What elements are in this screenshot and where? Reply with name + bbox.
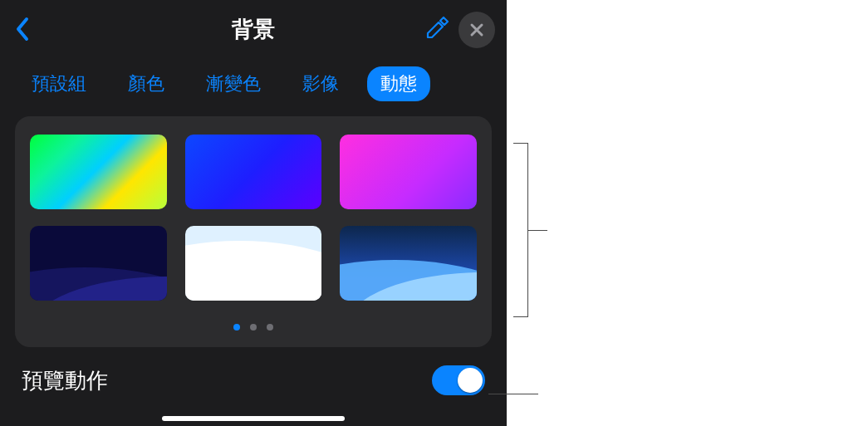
tab-gradient[interactable]: 漸變色 — [193, 66, 274, 101]
gallery-grid — [30, 135, 477, 301]
thumbnail-landscape-white[interactable] — [185, 226, 322, 301]
callout-bracket-gallery — [513, 143, 528, 317]
eyedropper-icon — [425, 15, 450, 40]
background-panel: 背景 預設組 顏色 漸變色 影像 動態 — [0, 0, 507, 426]
page-indicator[interactable] — [233, 324, 273, 331]
page-dot-2 — [250, 324, 257, 331]
close-icon — [468, 22, 485, 38]
tab-presets[interactable]: 預設組 — [18, 66, 100, 101]
tab-image[interactable]: 影像 — [289, 66, 352, 101]
tabs: 預設組 顏色 漸變色 影像 動態 — [0, 58, 507, 116]
home-indicator[interactable] — [162, 416, 345, 421]
tab-color[interactable]: 顏色 — [115, 66, 178, 101]
callout-leader — [527, 230, 547, 231]
preview-toggle[interactable] — [432, 365, 485, 395]
callout-leader-switch — [488, 394, 538, 394]
page-dot-3 — [267, 324, 273, 331]
toggle-knob — [458, 368, 483, 393]
tab-dynamic[interactable]: 動態 — [367, 66, 430, 101]
chevron-left-icon — [15, 17, 30, 42]
preview-row: 預覽動作 — [0, 347, 507, 395]
thumbnail-landscape-teal-blue[interactable] — [340, 226, 477, 301]
eyedropper-button[interactable] — [425, 15, 450, 43]
thumbnail-landscape-dark-blue[interactable] — [30, 226, 167, 301]
close-button[interactable] — [459, 12, 495, 48]
preview-label: 預覽動作 — [22, 366, 108, 395]
thumbnail-gradient-green-yellow[interactable] — [30, 135, 167, 209]
panel-header: 背景 — [0, 0, 507, 58]
page-dot-1 — [233, 324, 240, 331]
panel-title: 背景 — [232, 15, 275, 44]
thumbnail-gradient-blue[interactable] — [185, 135, 322, 209]
gallery-area — [15, 116, 492, 347]
back-button[interactable] — [15, 17, 30, 45]
thumbnail-gradient-magenta[interactable] — [340, 135, 477, 209]
